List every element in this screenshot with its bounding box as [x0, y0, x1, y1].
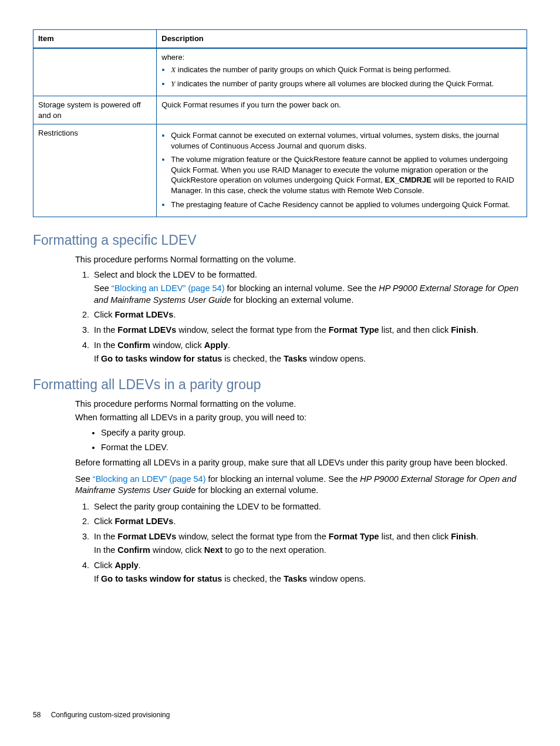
- list-item: Y indicates the number of parity groups …: [171, 79, 522, 89]
- list-item: Format the LDEV.: [101, 442, 527, 454]
- body-text: Before formatting all LDEVs in a parity …: [75, 457, 527, 469]
- list-item: The volume migration feature or the Quic…: [171, 154, 522, 195]
- list-item: The prestaging feature of Cache Residenc…: [171, 200, 522, 210]
- list-item: Quick Format cannot be executed on exter…: [171, 130, 522, 151]
- step: Select and block the LDEV to be formatte…: [92, 269, 527, 306]
- table-row: Storage system is powered off and on Qui…: [33, 96, 527, 124]
- step: In the Format LDEVs window, select the f…: [92, 531, 527, 556]
- step: Click Format LDEVs.: [92, 309, 527, 321]
- step: In the Format LDEVs window, select the f…: [92, 325, 527, 336]
- section-heading: Formatting a specific LDEV: [33, 231, 527, 249]
- body-text: See “Blocking an LDEV” (page 54) for blo…: [75, 474, 527, 497]
- table-row: Restrictions Quick Format cannot be exec…: [33, 124, 527, 217]
- procedure-list: Select and block the LDEV to be formatte…: [75, 269, 527, 365]
- step: In the Confirm window, click Apply. If G…: [92, 340, 527, 365]
- intro-text: This procedure performs Normal formattin…: [75, 254, 527, 266]
- bullet-list: Specify a parity group. Format the LDEV.: [75, 427, 527, 454]
- th-item: Item: [33, 30, 157, 48]
- body-text: When formatting all LDEVs in a parity gr…: [75, 412, 527, 424]
- xref-link[interactable]: “Blocking an LDEV” (page 54): [93, 474, 206, 484]
- th-desc: Description: [157, 30, 527, 48]
- list-item: Specify a parity group.: [101, 427, 527, 439]
- xref-link[interactable]: “Blocking an LDEV” (page 54): [112, 283, 225, 293]
- where-label: where:: [161, 53, 184, 62]
- intro-text: This procedure performs Normal formattin…: [75, 399, 527, 410]
- reference-table: Item Description where: X indicates the …: [33, 29, 527, 217]
- step: Click Format LDEVs.: [92, 516, 527, 528]
- procedure-list: Select the parity group containing the L…: [75, 501, 527, 585]
- section-heading: Formatting all LDEVs in a parity group: [33, 376, 527, 394]
- list-item: X indicates the number of parity groups …: [171, 65, 522, 75]
- step: Click Apply. If Go to tasks window for s…: [92, 560, 527, 585]
- table-row: where: X indicates the number of parity …: [33, 48, 527, 96]
- step: Select the parity group containing the L…: [92, 501, 527, 513]
